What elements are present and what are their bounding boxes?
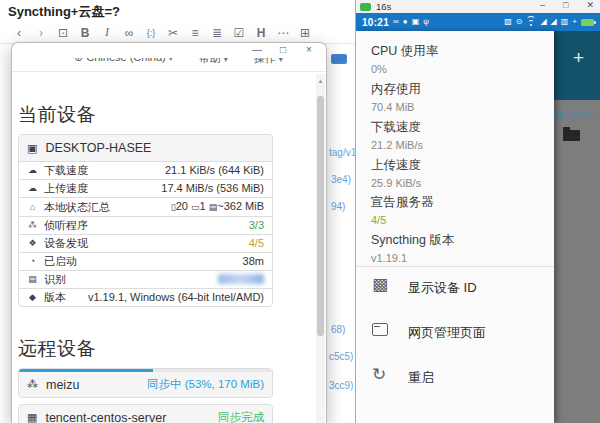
bold-icon[interactable]: B — [74, 26, 96, 40]
remote-device-meizu[interactable]: ⁂ meizu 同步中 (53%, 170 MiB) — [18, 368, 273, 398]
sync-status: 同步完成 — [218, 410, 264, 423]
language-menu[interactable]: ⊕ Chinese (China)▾ — [74, 58, 173, 66]
maximize-button[interactable]: □ — [563, 0, 568, 10]
upload-rate-value: 17.4 MiB/s (536 MiB) — [161, 181, 264, 196]
id-card-icon: ▤ — [27, 272, 38, 287]
back-icon[interactable]: ‹ — [8, 26, 30, 40]
clock-icon: ◔ — [27, 254, 38, 269]
open-external-icon[interactable]: ⊡ — [52, 26, 74, 40]
nfc-icon: ▥ — [561, 18, 569, 26]
scrollbar[interactable]: ▲ — [316, 74, 325, 423]
ordered-list-icon[interactable]: ≣ — [206, 26, 228, 40]
code-icon[interactable]: {:} — [140, 28, 162, 38]
actions-menu[interactable]: 操作▾ — [254, 58, 283, 66]
infinity-icon: ∞ — [393, 18, 399, 26]
scrollbar-thumb[interactable] — [317, 96, 324, 336]
signal-icon: ◢ — [540, 18, 546, 26]
table-row: ❖设备发现 4/5 — [19, 234, 272, 252]
stat-cpu: CPU 使用率 0% — [371, 43, 438, 75]
app-notification-icon: ▣ — [412, 18, 420, 26]
chevron-down-icon: ▾ — [224, 58, 228, 64]
link-badge — [331, 54, 347, 64]
battery-icon — [581, 19, 594, 26]
folder-icon: ▭ — [191, 202, 200, 212]
current-device-heading: 当前设备 — [18, 102, 96, 128]
local-state-value: ▯20 ▭1 ▤~362 MiB — [171, 199, 264, 215]
stat-download: 下载速度 21.2 MiB/s — [371, 119, 423, 151]
chevron-down-icon: ▾ — [169, 58, 173, 63]
close-button[interactable]: ✕ — [586, 0, 594, 10]
maximize-button[interactable]: □ — [278, 44, 288, 56]
volte-icon: ▨ — [504, 18, 512, 26]
uptime-value: 38m — [243, 254, 264, 269]
help-menu[interactable]: 帮助▾ — [199, 58, 228, 66]
device-name: meizu — [46, 378, 79, 392]
cloud-upload-icon: ☁ — [27, 181, 38, 196]
signal-icon: ◢ — [551, 18, 557, 26]
stat-upload: 上传速度 25.9 KiB/s — [371, 157, 421, 189]
page-link-fragment[interactable]: 94) — [331, 201, 345, 212]
cloud-download-icon: ☁ — [27, 163, 38, 178]
plus-icon: + — [572, 18, 577, 26]
menu-show-device-id[interactable]: ▩ 显示设备 ID — [356, 271, 554, 305]
divider — [356, 266, 554, 267]
table-icon[interactable]: ⊞ — [294, 26, 316, 40]
table-row: ☁下载速度 21.1 KiB/s (644 KiB) — [19, 161, 272, 179]
phone-titlebar: 16s – □ ✕ — [356, 0, 600, 13]
table-row: ⌂本地状态汇总 ▯20 ▭1 ▤~362 MiB — [19, 197, 272, 216]
page-link-fragment[interactable]: 3cc9) — [329, 380, 353, 391]
globe-icon: ⊕ — [74, 58, 83, 63]
desktop-icon: ▣ — [27, 142, 37, 155]
table-row: ◔已启动 38m — [19, 252, 272, 270]
minimize-button[interactable]: – — [540, 0, 545, 10]
syncthing-window: — □ × ⊕ Chinese (China)▾ 帮助▾ 操作▾ 当前设备 — [11, 42, 327, 423]
folder-sync-status: 同步 (83%) — [554, 109, 595, 122]
tag-icon: ◆ — [27, 290, 38, 305]
page-link-fragment[interactable]: 68) — [331, 324, 345, 335]
menu-restart[interactable]: ↻ 重启 — [356, 361, 554, 395]
syncthing-navbar: ⊕ Chinese (China)▾ 帮助▾ 操作▾ — [12, 58, 326, 72]
app-toolbar: + — [554, 31, 600, 100]
stat-announce: 宣告服务器 4/5 — [371, 194, 434, 226]
qr-code-icon: ▩ — [372, 275, 388, 295]
table-row: ◆版本 v1.19.1, Windows (64-bit Intel/AMD) — [19, 288, 272, 306]
app-icon — [360, 3, 371, 11]
close-button[interactable]: × — [304, 44, 314, 56]
current-device-panel[interactable]: ▣ DESKTOP-HASEE ☁下载速度 21.1 KiB/s (644 Ki… — [18, 134, 273, 307]
chevron-down-icon: ▾ — [279, 58, 283, 64]
menu-web-gui[interactable]: 网页管理页面 — [356, 316, 554, 350]
remote-devices-heading: 远程设备 — [18, 336, 96, 362]
navigation-drawer: CPU 使用率 0% 内存使用 70.4 MiB 下载速度 21.2 MiB/s… — [356, 31, 554, 423]
task-list-icon[interactable]: ☑ — [228, 26, 250, 40]
link-icon[interactable]: ∞ — [118, 26, 140, 40]
notification-dot-icon: ● — [403, 18, 408, 26]
attachment-icon[interactable]: ✂ — [162, 26, 184, 40]
page-link-fragment[interactable]: 3e4) — [331, 174, 351, 185]
bullet-list-icon[interactable]: ≡ — [184, 26, 206, 40]
discovery-icon: ❖ — [27, 236, 38, 251]
usb-icon: ψ — [423, 18, 429, 26]
scrollbar-up-icon[interactable]: ▲ — [316, 78, 325, 84]
wifi-icon — [526, 18, 536, 26]
folder-icon — [563, 130, 580, 141]
remote-device-tencent[interactable]: ▦ tencent-centos-server 同步完成 — [18, 404, 273, 423]
screen: Syncthing+云盘=? ‹ › ⊡ B I ∞ {:} ✂ ≡ ≣ ☑ H… — [0, 0, 600, 423]
heading-icon[interactable]: H — [250, 26, 272, 40]
version-value: v1.19.1, Windows (64-bit Intel/AMD) — [88, 290, 264, 305]
add-folder-icon[interactable]: + — [573, 47, 584, 69]
web-page-icon — [372, 323, 388, 336]
page-link-fragment[interactable]: c5c5) — [329, 351, 353, 362]
listeners-value: 3/3 — [249, 218, 264, 233]
home-icon: ⌂ — [27, 200, 38, 215]
restart-icon: ↻ — [372, 365, 386, 385]
italic-icon[interactable]: I — [96, 25, 118, 40]
minimize-button[interactable]: — — [252, 44, 262, 56]
forward-icon[interactable]: › — [30, 26, 52, 40]
storage-icon: ▤ — [209, 202, 218, 212]
server-icon: ▦ — [27, 411, 37, 423]
android-statusbar: 10:21 ∞ ● ▣ ψ ▨ ⊙ ◢ ◢ ▥ + — [356, 13, 600, 31]
phone-window: 16s – □ ✕ 10:21 ∞ ● ▣ ψ ▨ ⊙ ◢ ◢ ▥ + — [355, 0, 600, 423]
more-icon[interactable]: ⋯ — [272, 26, 294, 40]
clock-text: 10:21 — [362, 17, 389, 28]
app-background-dimmed: + 同步 (83%) — [554, 31, 600, 423]
